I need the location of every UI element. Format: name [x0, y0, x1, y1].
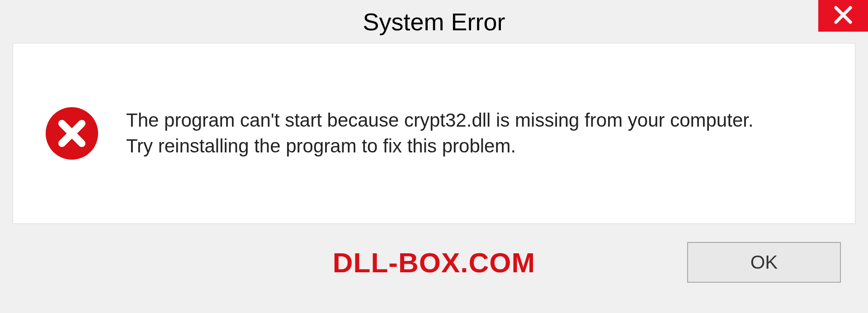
dialog-content: The program can't start because crypt32.…: [13, 43, 855, 224]
titlebar: System Error: [0, 0, 868, 43]
dialog-message: The program can't start because crypt32.…: [126, 108, 754, 159]
ok-button[interactable]: OK: [687, 242, 841, 283]
ok-button-label: OK: [750, 251, 778, 273]
watermark-text: DLL-BOX.COM: [333, 247, 535, 279]
close-button[interactable]: [818, 0, 868, 32]
message-line-1: The program can't start because crypt32.…: [126, 108, 754, 133]
error-icon: [45, 106, 99, 161]
close-icon: [833, 5, 853, 27]
message-line-2: Try reinstalling the program to fix this…: [126, 133, 754, 159]
dialog-footer: DLL-BOX.COM OK: [0, 224, 868, 301]
dialog-title: System Error: [363, 8, 505, 36]
